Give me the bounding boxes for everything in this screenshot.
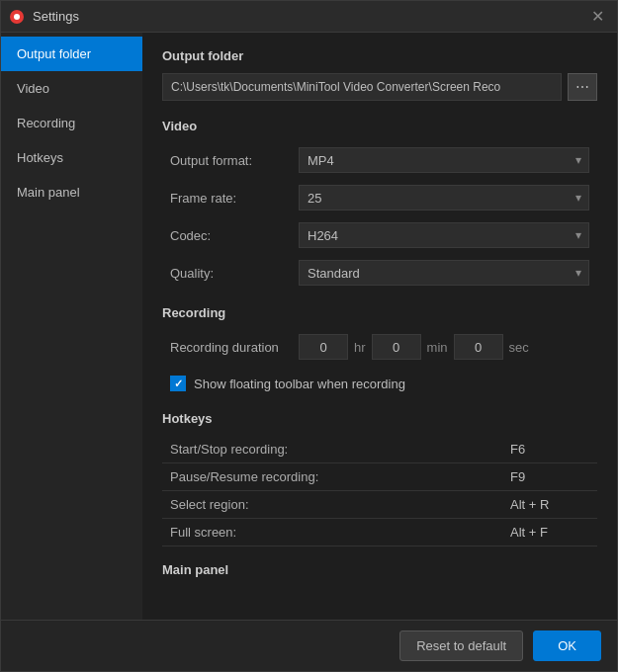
video-section: Video Output format: MP4 AVI MOV MKV Fra… [162,119,597,290]
svg-point-1 [14,14,20,20]
output-format-select-wrapper: MP4 AVI MOV MKV [299,147,589,173]
hotkey-startstop-value: F6 [510,442,589,457]
sidebar: Output folder Video Recording Hotkeys Ma… [1,33,142,620]
output-format-row: Output format: MP4 AVI MOV MKV [162,143,597,177]
quality-select-wrapper: Low Standard High Lossless [299,260,589,286]
hotkey-startstop-label: Start/Stop recording: [170,442,510,457]
output-folder-section: Output folder ⋯ [162,48,597,101]
app-icon [9,9,25,25]
toolbar-checkbox-row: Show floating toolbar when recording [162,372,597,395]
titlebar: Settings ✕ [1,1,617,33]
recording-section: Recording Recording duration hr min sec … [162,305,597,395]
browse-icon: ⋯ [575,79,589,95]
sidebar-item-hotkeys[interactable]: Hotkeys [1,140,142,175]
duration-label: Recording duration [170,340,299,355]
duration-row: Recording duration hr min sec [162,330,597,364]
recording-section-title: Recording [162,305,597,320]
sec-unit: sec [509,340,529,355]
duration-min-input[interactable] [372,334,421,360]
codec-row: Codec: H264 H265 VP8 VP9 [162,218,597,252]
frame-rate-label: Frame rate: [170,191,299,206]
folder-row: ⋯ [162,73,597,101]
main-panel-section: Main panel [162,562,597,577]
folder-path-input[interactable] [162,73,562,101]
browse-button[interactable]: ⋯ [568,73,597,101]
frame-rate-select[interactable]: 15 25 30 60 [299,185,589,210]
sidebar-item-video[interactable]: Video [1,71,142,106]
duration-sec-input[interactable] [454,334,503,360]
close-button[interactable]: ✕ [585,5,609,29]
quality-select[interactable]: Low Standard High Lossless [299,260,589,286]
quality-label: Quality: [170,266,299,281]
settings-window: Settings ✕ Output folder Video Recording… [0,0,618,672]
hotkey-row-fullscreen: Full screen: Alt + F [162,519,597,546]
hr-unit: hr [354,340,366,355]
frame-rate-select-wrapper: 15 25 30 60 [299,185,589,210]
ok-button[interactable]: OK [533,630,601,661]
hotkey-row-startstop: Start/Stop recording: F6 [162,436,597,463]
frame-rate-row: Frame rate: 15 25 30 60 [162,181,597,214]
output-folder-title: Output folder [162,48,597,63]
sidebar-item-main-panel[interactable]: Main panel [1,175,142,210]
hotkey-fullscreen-label: Full screen: [170,525,510,540]
main-panel-title: Main panel [162,562,597,577]
hotkey-pauseresume-value: F9 [510,469,589,484]
footer: Reset to default OK [1,620,617,671]
codec-select-wrapper: H264 H265 VP8 VP9 [299,222,589,248]
reset-button[interactable]: Reset to default [399,630,523,661]
codec-label: Codec: [170,228,299,243]
window-title: Settings [33,9,577,24]
video-section-title: Video [162,119,597,133]
toolbar-checkbox[interactable] [170,376,186,391]
hotkeys-section-title: Hotkeys [162,411,597,426]
main-content: Output folder ⋯ Video Output format: MP4 [142,33,617,620]
hotkey-row-selectregion: Select region: Alt + R [162,491,597,519]
min-unit: min [427,340,448,355]
hotkey-selectregion-label: Select region: [170,497,510,512]
content-area: Output folder Video Recording Hotkeys Ma… [1,33,617,620]
hotkey-fullscreen-value: Alt + F [510,525,589,540]
hotkey-row-pauseresume: Pause/Resume recording: F9 [162,463,597,491]
output-format-label: Output format: [170,153,299,168]
output-format-select[interactable]: MP4 AVI MOV MKV [299,147,589,173]
hotkey-pauseresume-label: Pause/Resume recording: [170,469,510,484]
duration-hr-input[interactable] [299,334,348,360]
hotkeys-section: Hotkeys Start/Stop recording: F6 Pause/R… [162,411,597,546]
sidebar-item-output-folder[interactable]: Output folder [1,37,142,71]
codec-select[interactable]: H264 H265 VP8 VP9 [299,222,589,248]
sidebar-item-recording[interactable]: Recording [1,106,142,140]
toolbar-checkbox-label: Show floating toolbar when recording [194,377,405,391]
quality-row: Quality: Low Standard High Lossless [162,256,597,290]
hotkey-selectregion-value: Alt + R [510,497,589,512]
